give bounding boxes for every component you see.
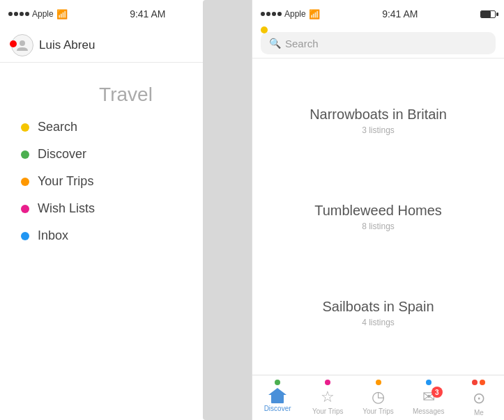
- search-icon: 🔍: [269, 38, 281, 49]
- left-status-left: Apple 📶: [8, 9, 68, 20]
- nav-dot-inbox: [21, 232, 29, 240]
- battery-fill-right: [481, 11, 491, 17]
- signal-dot: [277, 12, 282, 16]
- search-bar-container: 🔍 Search: [252, 28, 504, 59]
- listing-item-1[interactable]: Tumbleweed Homes 8 listings: [252, 189, 504, 245]
- listing-sub-1: 8 listings: [252, 221, 504, 231]
- right-panel: Apple 📶 9:41 AM 🔍 Search Narrowboats in …: [252, 0, 504, 420]
- tab-label-me: Me: [474, 409, 484, 417]
- signal-dots-right: [261, 12, 282, 16]
- tab-discover[interactable]: Discover: [252, 380, 303, 412]
- search-indicator-dot: [261, 26, 268, 33]
- signal-dot: [14, 12, 18, 16]
- listing-title-2: Sailboats in Spain: [252, 299, 504, 315]
- tab-your-trips-star[interactable]: Your Trips: [303, 380, 353, 415]
- signal-dot: [20, 12, 24, 16]
- left-status-right: Apple 📶: [261, 9, 320, 20]
- tab-me[interactable]: Me: [454, 380, 504, 417]
- nav-dot-search: [21, 123, 29, 132]
- listing-sub-0: 3 listings: [252, 125, 504, 135]
- content-list: Narrowboats in Britain 3 listings Tumble…: [252, 59, 504, 375]
- slide-panel: [203, 0, 252, 420]
- discover-icon: [268, 388, 287, 403]
- signal-dot: [266, 12, 270, 16]
- user-name: Luis Abreu: [39, 38, 95, 52]
- wifi-icon-left: 📶: [56, 9, 68, 20]
- tab-dot-me-container: [472, 380, 485, 387]
- signal-dots-left: [8, 12, 29, 16]
- star-icon: [321, 388, 335, 406]
- nav-item-your-trips[interactable]: Your Trips: [21, 174, 231, 189]
- tab-dot-discover: [275, 380, 280, 385]
- nav-label-wish-lists: Wish Lists: [38, 201, 95, 216]
- nav-label-your-trips: Your Trips: [38, 174, 93, 189]
- tab-dot-me-red: [472, 380, 478, 385]
- signal-dot: [261, 12, 265, 16]
- nav-dot-wish-lists: [21, 205, 29, 213]
- battery-icon-right: [480, 10, 496, 18]
- user-info: Luis Abreu: [11, 34, 95, 56]
- tab-dot-messages: [426, 380, 432, 385]
- tab-messages[interactable]: 3 Messages: [404, 380, 454, 415]
- red-indicator-dot: [10, 40, 17, 47]
- listing-title-1: Tumbleweed Homes: [252, 203, 504, 219]
- status-bar-right: Apple 📶 9:41 AM: [252, 0, 504, 28]
- signal-dot: [8, 12, 13, 16]
- nav-item-wish-lists[interactable]: Wish Lists: [21, 201, 231, 216]
- carrier-right: Apple: [284, 9, 306, 19]
- tab-label-discover: Discover: [264, 405, 291, 412]
- messages-badge: 3: [432, 387, 443, 398]
- carrier-left: Apple: [32, 9, 54, 19]
- nav-item-discover[interactable]: Discover: [21, 147, 231, 162]
- time-left: 9:41 AM: [130, 8, 165, 20]
- listing-title-0: Narrowboats in Britain: [252, 107, 504, 123]
- signal-dot: [272, 12, 276, 16]
- time-right: 9:41 AM: [382, 8, 418, 20]
- tab-your-trips-clock[interactable]: Your Trips: [353, 380, 403, 415]
- person-icon: [473, 389, 485, 407]
- nav-item-inbox[interactable]: Inbox: [21, 228, 231, 243]
- tab-label-your-trips-clock: Your Trips: [362, 407, 394, 415]
- nav-dot-your-trips: [21, 178, 29, 186]
- left-panel: Apple 📶 9:41 AM Luis Abreu ⚙ Travel: [0, 0, 252, 420]
- signal-dot: [25, 12, 29, 16]
- wifi-icon-right: 📶: [309, 9, 320, 20]
- nav-item-search[interactable]: Search: [21, 120, 231, 134]
- search-bar[interactable]: 🔍 Search: [261, 32, 496, 54]
- search-placeholder: Search: [285, 38, 319, 49]
- nav-dot-discover: [21, 150, 29, 159]
- clock-icon: [372, 388, 385, 406]
- listing-item-0[interactable]: Narrowboats in Britain 3 listings: [252, 93, 504, 149]
- tab-label-messages: Messages: [413, 407, 445, 415]
- tab-dot-your-trips-clock: [376, 380, 381, 385]
- tab-dot-me-orange: [480, 380, 485, 385]
- tab-label-your-trips-star: Your Trips: [312, 407, 344, 415]
- nav-label-discover: Discover: [38, 147, 86, 162]
- nav-label-inbox: Inbox: [38, 228, 68, 243]
- nav-label-search: Search: [38, 120, 77, 134]
- tab-bar: Discover Your Trips Your Trips 3 Message…: [252, 375, 504, 420]
- listing-item-2[interactable]: Sailboats in Spain 4 listings: [252, 285, 504, 341]
- svg-point-0: [20, 40, 25, 46]
- tab-dot-your-trips-star: [325, 380, 330, 385]
- listing-sub-2: 4 listings: [252, 318, 504, 327]
